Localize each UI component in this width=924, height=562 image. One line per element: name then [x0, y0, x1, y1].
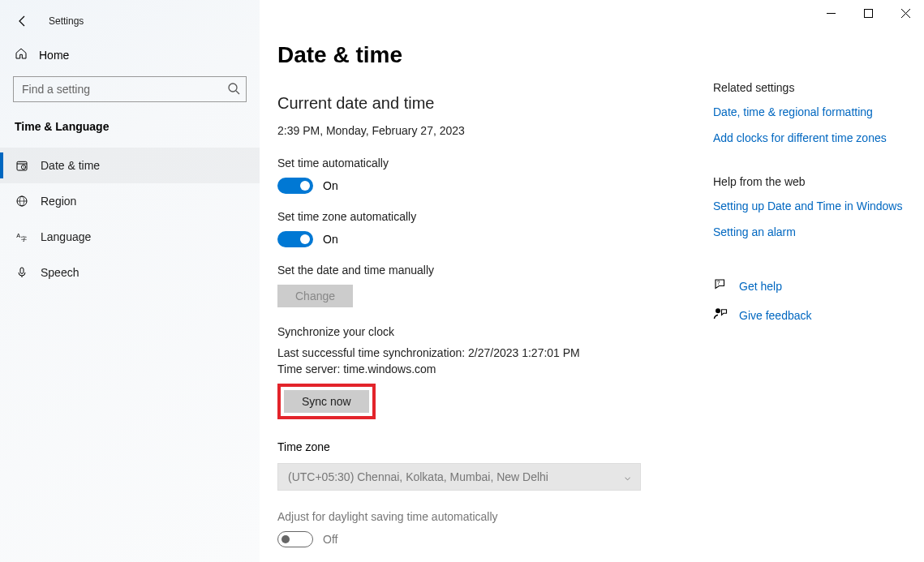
nav-label: Date & time	[41, 159, 100, 172]
toggle-state-on: On	[323, 179, 338, 192]
sync-now-button[interactable]: Sync now	[284, 390, 369, 413]
set-tz-auto-toggle[interactable]	[277, 231, 313, 247]
home-nav[interactable]: Home	[0, 32, 260, 63]
main-content: Date & time Current date and time 2:39 P…	[260, 0, 924, 562]
feedback-row[interactable]: Give feedback	[713, 307, 911, 324]
search-wrap	[13, 76, 247, 102]
set-time-auto-toggle[interactable]	[277, 178, 313, 194]
dst-toggle	[277, 531, 313, 547]
window-title: Settings	[49, 15, 84, 27]
get-help-row[interactable]: ? Get help	[713, 277, 911, 295]
dst-label: Adjust for daylight saving time automati…	[277, 510, 924, 523]
nav-item-language[interactable]: A字 Language	[0, 219, 260, 255]
svg-rect-12	[20, 268, 24, 273]
link-add-clocks[interactable]: Add clocks for different time zones	[713, 131, 911, 144]
nav-list: Date & time Region A字 Language Speech	[0, 148, 260, 290]
home-label: Home	[39, 49, 69, 62]
globe-icon	[15, 195, 29, 208]
feedback-link[interactable]: Give feedback	[739, 309, 812, 322]
home-icon	[15, 47, 28, 63]
nav-label: Speech	[41, 266, 79, 279]
search-icon	[227, 82, 240, 98]
toggle-state-on: On	[323, 233, 338, 246]
timezone-dropdown[interactable]: (UTC+05:30) Chennai, Kolkata, Mumbai, Ne…	[277, 463, 641, 491]
search-input[interactable]	[13, 76, 247, 102]
svg-text:A: A	[16, 232, 20, 239]
help-heading: Help from the web	[713, 175, 911, 188]
svg-point-19	[716, 308, 720, 313]
microphone-icon	[15, 266, 29, 279]
svg-line-6	[24, 167, 24, 168]
language-icon: A字	[15, 230, 29, 243]
sync-section: Synchronize your clock Last successful t…	[277, 325, 924, 419]
chevron-down-icon: ⌵	[625, 471, 630, 483]
back-button[interactable]	[15, 15, 31, 28]
right-column: Related settings Date, time & regional f…	[713, 0, 924, 336]
link-regional-formatting[interactable]: Date, time & regional formatting	[713, 105, 911, 118]
get-help-link[interactable]: Get help	[739, 280, 782, 293]
related-heading: Related settings	[713, 81, 911, 94]
clock-icon	[15, 159, 29, 172]
svg-text:?: ?	[717, 280, 720, 285]
link-help-alarm[interactable]: Setting an alarm	[713, 225, 911, 238]
category-title: Time & Language	[15, 120, 260, 133]
nav-label: Region	[41, 195, 76, 208]
sync-last-line: Last successful time synchronization: 2/…	[277, 346, 924, 359]
link-help-datetime[interactable]: Setting up Date and Time in Windows	[713, 199, 911, 212]
nav-label: Language	[41, 230, 91, 243]
svg-point-0	[229, 84, 237, 92]
timezone-title: Time zone	[277, 440, 924, 453]
nav-item-region[interactable]: Region	[0, 183, 260, 219]
help-icon: ?	[713, 277, 728, 295]
titlebar: Settings	[0, 0, 260, 32]
sync-highlight-box: Sync now	[277, 384, 376, 419]
svg-text:字: 字	[21, 235, 27, 242]
feedback-icon	[713, 307, 728, 324]
change-button: Change	[277, 285, 353, 307]
nav-item-date-time[interactable]: Date & time	[0, 148, 260, 183]
sidebar: Settings Home Time & Language Date & tim…	[0, 0, 260, 562]
timezone-value: (UTC+05:30) Chennai, Kolkata, Mumbai, Ne…	[288, 470, 548, 483]
svg-line-1	[236, 91, 239, 94]
sync-server-line: Time server: time.windows.com	[277, 363, 924, 375]
nav-item-speech[interactable]: Speech	[0, 255, 260, 290]
toggle-state-off: Off	[323, 533, 337, 546]
